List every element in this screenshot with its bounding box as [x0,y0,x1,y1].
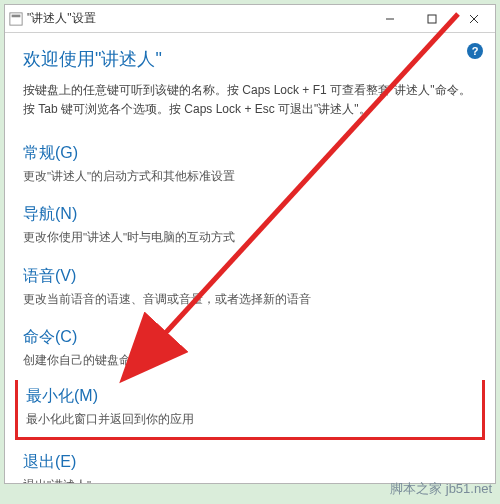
titlebar: "讲述人"设置 [5,5,495,33]
help-icon[interactable]: ? [467,43,483,59]
section-commands[interactable]: 命令(C) 创建你自己的键盘命令 [23,317,477,378]
section-title: 退出(E) [23,452,477,473]
section-exit[interactable]: 退出(E) 退出"讲述人" [23,442,477,483]
intro-text: 按键盘上的任意键可听到该键的名称。按 Caps Lock + F1 可查看整套"… [23,81,477,119]
close-window-button[interactable] [453,5,495,33]
window-title: "讲述人"设置 [27,10,96,27]
content-area: ? 欢迎使用"讲述人" 按键盘上的任意键可听到该键的名称。按 Caps Lock… [5,33,495,483]
narrator-settings-window: "讲述人"设置 ? 欢迎使用"讲述人" 按键盘上的任意键可听到该键的名称。按 C… [4,4,496,484]
section-desc: 更改当前语音的语速、音调或音量，或者选择新的语音 [23,291,477,307]
section-title: 语音(V) [23,266,477,287]
page-heading: 欢迎使用"讲述人" [23,47,477,71]
section-general[interactable]: 常规(G) 更改"讲述人"的启动方式和其他标准设置 [23,133,477,194]
section-title: 常规(G) [23,143,477,164]
watermark: 脚本之家 jb51.net [390,480,492,498]
section-desc: 更改你使用"讲述人"时与电脑的互动方式 [23,229,477,245]
svg-rect-1 [12,14,21,17]
section-title: 命令(C) [23,327,477,348]
section-desc: 最小化此窗口并返回到你的应用 [26,411,474,427]
section-voice[interactable]: 语音(V) 更改当前语音的语速、音调或音量，或者选择新的语音 [23,256,477,317]
section-desc: 创建你自己的键盘命令 [23,352,477,368]
section-desc: 更改"讲述人"的启动方式和其他标准设置 [23,168,477,184]
svg-rect-3 [428,15,436,23]
section-title: 最小化(M) [26,386,474,407]
section-minimize[interactable]: 最小化(M) 最小化此窗口并返回到你的应用 [15,380,485,440]
app-icon [5,12,27,26]
section-navigation[interactable]: 导航(N) 更改你使用"讲述人"时与电脑的互动方式 [23,194,477,255]
maximize-window-button[interactable] [411,5,453,33]
section-title: 导航(N) [23,204,477,225]
minimize-window-button[interactable] [369,5,411,33]
